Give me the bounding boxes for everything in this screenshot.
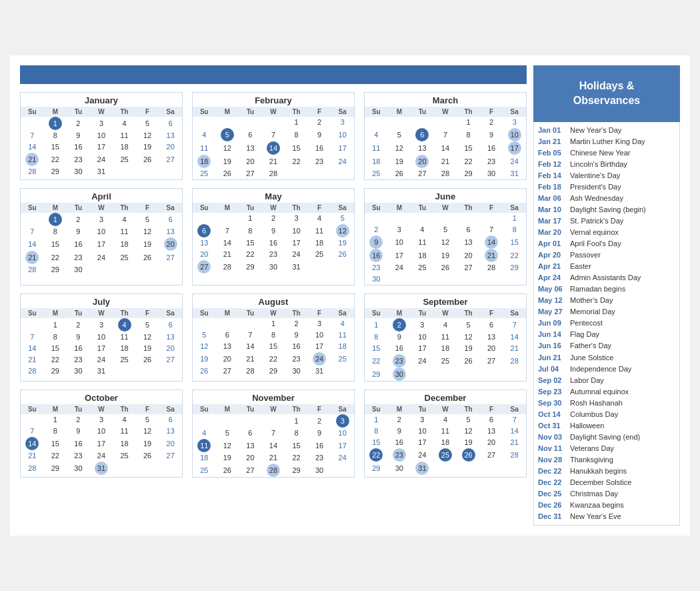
day-cell: 22 — [285, 452, 308, 464]
day-cell: 5 — [136, 318, 159, 332]
holiday-name: Flag Day — [570, 329, 599, 340]
day-cell: 21 — [485, 249, 498, 262]
day-header: Su — [21, 203, 44, 213]
holiday-date: Feb 05 — [538, 147, 567, 159]
day-cell: 16 — [285, 341, 308, 352]
holiday-date: Oct 14 — [538, 409, 567, 420]
day-cell: 11 — [365, 141, 388, 155]
day-cell: 27 — [216, 366, 239, 377]
day-cell: 4 — [193, 428, 216, 439]
day-cell — [411, 273, 434, 285]
holiday-date: Apr 20 — [538, 249, 567, 261]
holiday-date: Dec 22 — [538, 477, 567, 488]
day-cell — [308, 168, 331, 179]
day-cell: 16 — [262, 237, 285, 249]
day-header: F — [480, 404, 503, 414]
day-cell: 7 — [21, 426, 44, 437]
holiday-item: Sep 23Autumnal equinox — [538, 386, 675, 398]
day-cell: 9 — [67, 426, 90, 437]
day-cell: 18 — [113, 343, 136, 354]
day-cell: 8 — [285, 428, 308, 439]
day-cell: 29 — [457, 168, 480, 179]
day-header: Sa — [503, 404, 526, 414]
month-title: March — [365, 93, 526, 107]
day-cell — [434, 368, 457, 381]
day-cell: 25 — [331, 352, 354, 366]
day-cell: 6 — [197, 224, 211, 237]
day-cell: 16 — [308, 439, 331, 452]
day-cell: 11 — [113, 226, 136, 237]
day-cell: 27 — [480, 448, 503, 462]
day-cell: 17 — [90, 343, 113, 354]
day-cell: 15 — [44, 343, 67, 354]
day-header: F — [480, 308, 503, 318]
day-cell: 9 — [67, 226, 90, 237]
holiday-date: Oct 31 — [538, 420, 567, 432]
day-cell: 5 — [457, 414, 480, 426]
holiday-name: Rosh Hashanah — [570, 398, 623, 409]
day-cell — [193, 318, 216, 330]
holiday-name: Pentecost — [570, 318, 603, 329]
day-cell: 19 — [136, 141, 159, 153]
day-cell: 12 — [434, 235, 457, 249]
day-header: Sa — [331, 107, 354, 117]
day-header: Sa — [159, 203, 182, 213]
day-cell: 30 — [67, 264, 90, 275]
day-cell: 10 — [331, 128, 354, 141]
day-cell: 27 — [159, 153, 182, 166]
day-cell: 13 — [159, 226, 182, 237]
holiday-name: Passover — [570, 249, 601, 261]
day-header: Su — [193, 203, 216, 213]
day-header: M — [388, 308, 411, 318]
holiday-item: Mar 17St. Patrick's Day — [538, 215, 675, 227]
day-cell: 10 — [508, 128, 521, 141]
day-cell — [21, 117, 44, 130]
day-cell: 14 — [503, 426, 526, 437]
day-cell: 3 — [90, 318, 113, 332]
day-cell — [308, 260, 331, 273]
day-cell: 7 — [503, 414, 526, 426]
day-cell: 28 — [21, 366, 44, 377]
holiday-name: St. Patrick's Day — [570, 215, 623, 227]
day-header: M — [216, 404, 239, 414]
day-cell: 22 — [262, 352, 285, 366]
day-cell — [216, 117, 239, 128]
day-cell — [434, 273, 457, 285]
holiday-date: Feb 12 — [538, 159, 567, 170]
day-header: F — [480, 203, 503, 213]
day-cell: 31 — [308, 366, 331, 377]
holiday-item: Nov 11Veterans Day — [538, 443, 675, 454]
holiday-date: Jul 04 — [538, 364, 567, 375]
day-cell: 9 — [388, 426, 411, 437]
day-header: Sa — [159, 404, 182, 414]
day-header: F — [136, 308, 159, 318]
day-header: Sa — [159, 308, 182, 318]
day-cell: 2 — [308, 414, 331, 428]
day-header: Sa — [503, 308, 526, 318]
holiday-item: Oct 14Columbus Day — [538, 409, 675, 420]
day-cell: 24 — [285, 249, 308, 260]
day-header: F — [136, 404, 159, 414]
holiday-item: Jun 14Flag Day — [538, 329, 675, 340]
day-cell: 7 — [262, 428, 285, 439]
day-cell: 3 — [503, 117, 526, 128]
day-header: Su — [365, 203, 388, 213]
day-cell: 8 — [365, 332, 388, 343]
day-cell: 6 — [159, 117, 182, 130]
day-cell: 22 — [503, 249, 526, 262]
month-calendar-grid: SuMTuWThFSa12345678910111213141516171819… — [193, 404, 354, 477]
month-title: April — [21, 189, 182, 203]
holiday-item: Dec 26Kwanzaa begins — [538, 500, 675, 511]
day-header: Tu — [411, 203, 434, 213]
day-cell: 4 — [308, 213, 331, 224]
day-cell: 17 — [285, 237, 308, 249]
day-cell: 15 — [239, 237, 262, 249]
month-title: May — [193, 189, 354, 203]
day-header: Th — [457, 203, 480, 213]
day-cell: 7 — [262, 128, 285, 141]
day-cell: 2 — [480, 117, 503, 128]
day-cell: 5 — [457, 318, 480, 332]
day-cell: 28 — [480, 262, 503, 273]
month-block-january: JanuarySuMTuWThFSa1234567891011121314151… — [20, 92, 183, 180]
day-cell: 7 — [239, 330, 262, 341]
